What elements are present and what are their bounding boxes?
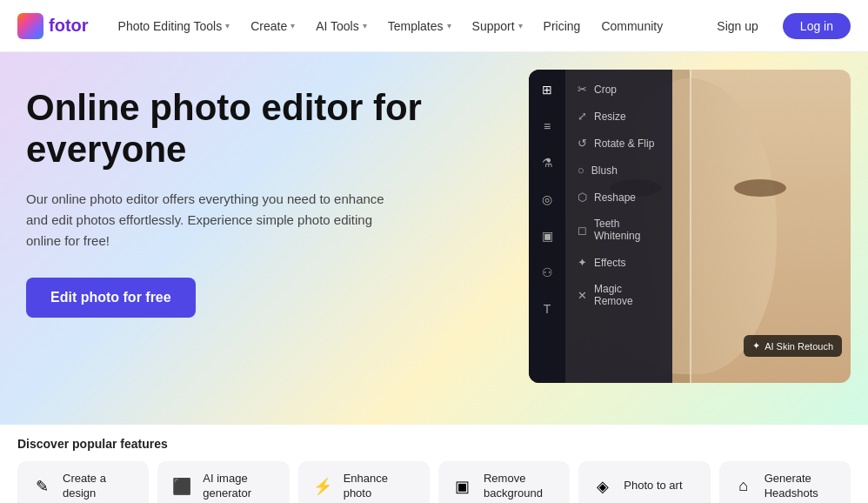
feature-card-enhance-photo[interactable]: ⚡ Enhance photo — [298, 461, 430, 503]
hero-section: Online photo editor for everyone Our onl… — [0, 52, 868, 425]
menu-label: Blush — [591, 164, 618, 177]
menu-item-reshape[interactable]: ⬡Reshape — [571, 184, 667, 210]
enhance-photo-icon: ⚡ — [310, 474, 335, 499]
feature-card-photo-to-art[interactable]: ◈ Photo to art — [578, 461, 710, 503]
signup-button[interactable]: Sign up — [703, 13, 771, 39]
skin-retouch-label: AI Skin Retouch — [765, 341, 833, 352]
hero-content: Online photo editor for everyone Our onl… — [26, 87, 461, 318]
menu-icon: ✂ — [578, 83, 587, 96]
remove-background-label: Remove background — [484, 472, 558, 501]
feature-cards: ✎ Create a design ⬛ AI image generator ⚡… — [17, 461, 851, 503]
nav-link-templates[interactable]: Templates▾ — [379, 14, 460, 38]
logo-icon — [17, 13, 43, 39]
menu-label: Crop — [594, 84, 617, 96]
menu-item-resize[interactable]: ⤢Resize — [571, 104, 667, 129]
hero-editor-preview: ⊞ ≡ ⚗ ◎ ▣ ⚇ T ✂Crop⤢Resize↺Rotate & Flip… — [529, 70, 851, 383]
nav-links: Photo Editing Tools▾Create▾AI Tools▾Temp… — [110, 14, 704, 38]
photo-to-art-icon: ◈ — [591, 474, 615, 499]
ai-image-generator-icon: ⬛ — [170, 474, 194, 499]
generate-headshots-icon: ⌂ — [731, 474, 756, 499]
discover-section: Discover popular features ✎ Create a des… — [0, 425, 868, 503]
panel-icon-people[interactable]: ⚇ — [536, 261, 558, 284]
login-button[interactable]: Log in — [783, 13, 851, 39]
menu-icon: ↺ — [578, 137, 587, 150]
ai-image-generator-label: AI image generator — [203, 472, 277, 501]
panel-icon-eye[interactable]: ◎ — [536, 188, 558, 211]
create-design-label: Create a design — [63, 472, 137, 501]
menu-icon: ○ — [578, 164, 584, 177]
chevron-create-icon: ▾ — [290, 21, 295, 30]
chevron-ai-tools-icon: ▾ — [363, 21, 367, 30]
create-design-icon: ✎ — [30, 474, 54, 499]
menu-label: Reshape — [594, 191, 636, 204]
feature-card-ai-image-generator[interactable]: ⬛ AI image generator — [157, 461, 289, 503]
editor-menu: ✂Crop⤢Resize↺Rotate & Flip○Blush⬡Reshape… — [565, 70, 672, 383]
menu-label: Effects — [594, 257, 625, 269]
panel-icon-grid[interactable]: ⊞ — [536, 78, 558, 101]
chevron-photo-editing-tools-icon: ▾ — [225, 21, 230, 30]
nav-link-pricing[interactable]: Pricing — [535, 14, 590, 38]
menu-icon: ⤢ — [578, 110, 587, 123]
panel-icon-sliders[interactable]: ≡ — [536, 115, 558, 137]
panel-icon-frame[interactable]: ▣ — [536, 225, 558, 247]
menu-icon: ◻ — [578, 224, 587, 237]
enhance-photo-label: Enhance photo — [344, 472, 417, 501]
nav-link-create[interactable]: Create▾ — [242, 14, 304, 38]
menu-label: Resize — [594, 111, 626, 123]
menu-item-crop[interactable]: ✂Crop — [571, 77, 667, 102]
menu-label: Magic Remove — [594, 283, 660, 307]
menu-icon: ✕ — [578, 289, 587, 302]
discover-title: Discover popular features — [17, 437, 851, 451]
menu-item-rotate-&-flip[interactable]: ↺Rotate & Flip — [571, 131, 667, 156]
navigation: fotor Photo Editing Tools▾Create▾AI Tool… — [0, 0, 868, 52]
hero-description: Our online photo editor offers everythin… — [26, 189, 409, 252]
hero-title: Online photo editor for everyone — [26, 87, 461, 171]
logo[interactable]: fotor — [17, 13, 89, 39]
chevron-templates-icon: ▾ — [447, 21, 451, 30]
nav-link-support[interactable]: Support▾ — [464, 14, 531, 38]
panel-icon-flask[interactable]: ⚗ — [536, 151, 558, 174]
logo-text: fotor — [49, 16, 89, 36]
feature-card-create-design[interactable]: ✎ Create a design — [17, 461, 149, 503]
generate-headshots-label: Generate Headshots — [765, 472, 838, 501]
skin-retouch-icon: ✦ — [752, 340, 760, 352]
panel-icon-text[interactable]: T — [536, 298, 558, 320]
edit-photo-button[interactable]: Edit photo for free — [26, 278, 196, 318]
panel-icon-strip: ⊞ ≡ ⚗ ◎ ▣ ⚇ T — [529, 70, 565, 383]
nav-link-community[interactable]: Community — [592, 14, 671, 38]
editor-panel: ⊞ ≡ ⚗ ◎ ▣ ⚇ T ✂Crop⤢Resize↺Rotate & Flip… — [529, 70, 672, 383]
feature-card-generate-headshots[interactable]: ⌂ Generate Headshots — [719, 461, 851, 503]
remove-background-icon: ▣ — [451, 474, 475, 499]
menu-item-magic-remove[interactable]: ✕Magic Remove — [571, 277, 667, 313]
chevron-support-icon: ▾ — [518, 21, 523, 30]
menu-icon: ⬡ — [578, 191, 587, 204]
nav-link-ai-tools[interactable]: AI Tools▾ — [307, 14, 376, 38]
menu-label: Rotate & Flip — [594, 137, 654, 150]
menu-label: Teeth Whitening — [594, 218, 660, 242]
photo-to-art-label: Photo to art — [624, 479, 682, 493]
menu-item-teeth-whitening[interactable]: ◻Teeth Whitening — [571, 211, 667, 248]
nav-link-photo-editing-tools[interactable]: Photo Editing Tools▾ — [110, 14, 239, 38]
menu-item-effects[interactable]: ✦Effects — [571, 250, 667, 275]
menu-item-blush[interactable]: ○Blush — [571, 158, 667, 183]
menu-icon: ✦ — [578, 256, 587, 269]
skin-retouch-badge: ✦ AI Skin Retouch — [744, 335, 842, 357]
feature-card-remove-background[interactable]: ▣ Remove background — [438, 461, 570, 503]
nav-right: Sign up Log in — [703, 13, 851, 39]
